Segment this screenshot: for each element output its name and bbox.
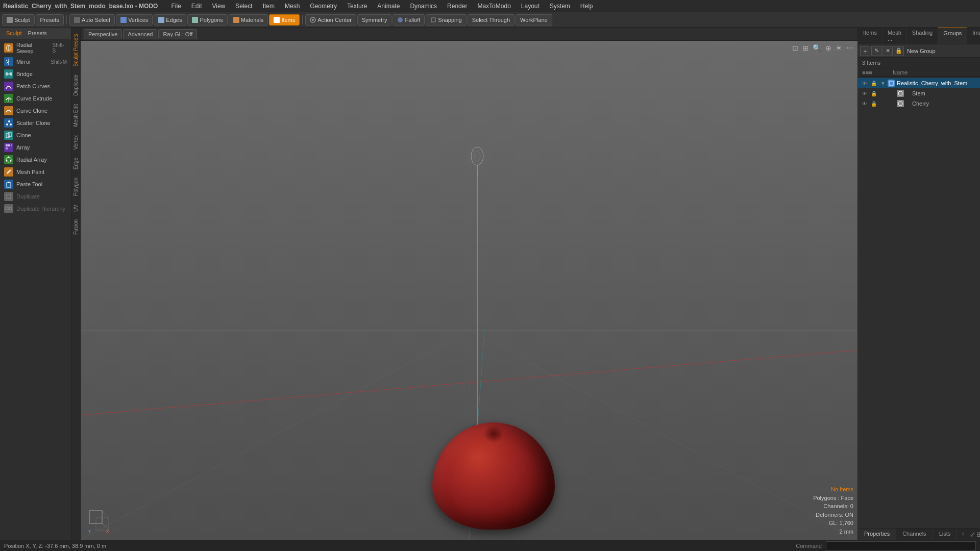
menu-maxtomodo[interactable]: MaxToModo [472,2,516,11]
menu-system[interactable]: System [545,2,575,11]
br-tab-properties[interactable]: Properties [858,529,896,540]
br-detach-icon[interactable]: ⊞ [976,530,980,539]
ray-gl-button[interactable]: Ray GL: Off [158,29,197,39]
presets-tab[interactable]: Presets [26,30,49,37]
command-input[interactable] [829,543,972,549]
side-tab-uv[interactable]: UV [72,201,80,216]
menu-layout[interactable]: Layout [516,2,545,11]
rp-tab-shading[interactable]: Shading [907,28,938,44]
new-group-button[interactable]: New Group [907,48,936,54]
side-tab-edge[interactable]: Edge [72,154,80,173]
tool-paste-tool[interactable]: Paste Tool [0,178,71,190]
viewport-icon-4[interactable]: ⊕ [824,43,832,53]
rp-edit-button[interactable]: ✎ [871,46,881,56]
viewport[interactable]: No Items Polygons : Face Channels: 0 Def… [81,41,857,540]
sculpt-tab[interactable]: Sculpt [4,30,24,37]
tree-item-cherry[interactable]: 👁 🔒 Cherry [858,98,980,109]
rp-lock-button[interactable]: 🔒 [894,46,904,56]
menu-help[interactable]: Help [575,2,598,11]
svg-text:X: X [106,529,109,534]
tool-radial-array[interactable]: Radial Array [0,154,71,166]
rp-tab-groups[interactable]: Groups [938,28,967,44]
tool-curve-clone[interactable]: Curve Clone [0,105,71,117]
select-through-button[interactable]: Select Through [468,14,514,26]
tree-item-stem[interactable]: 👁 🔒 Stem [858,88,980,98]
advanced-button[interactable]: Advanced [123,29,157,39]
menu-texture[interactable]: Texture [342,2,372,11]
viewport-icon-1[interactable]: ⊡ [791,43,799,53]
tool-mirror[interactable]: Mirror Shift-M [0,56,71,68]
tool-duplicate-hierarchy[interactable]: Duplicate Hierarchy [0,203,71,215]
stem-lock-icon[interactable]: 🔒 [870,90,877,97]
cherry-eye-icon[interactable]: 👁 [861,100,868,107]
svg-rect-53 [889,81,893,85]
auto-select-button[interactable]: Auto Select [69,14,115,26]
menu-dynamics[interactable]: Dynamics [405,2,442,11]
perspective-button[interactable]: Perspective [84,29,122,39]
tree-item-root[interactable]: 👁 🔒 ▼ Realistic_Cherry_with_Stem [858,78,980,88]
tool-scatter-clone[interactable]: Scatter Clone [0,117,71,129]
side-tab-duplicate[interactable]: Duplicate [72,70,80,100]
stem-eye-icon[interactable]: 👁 [861,90,868,97]
presets-button[interactable]: Presets [36,14,64,26]
vertices-icon [120,17,127,23]
br-tab-lists[interactable]: Lists [933,529,958,540]
tool-bridge[interactable]: Bridge [0,68,71,80]
menu-view[interactable]: View [207,2,230,11]
tool-duplicate[interactable]: Duplicate [0,190,71,203]
menu-edit[interactable]: Edit [186,2,207,11]
side-tab-fusion[interactable]: Fusion [72,215,80,239]
root-eye-icon[interactable]: 👁 [861,80,868,87]
root-lock-icon[interactable]: 🔒 [870,80,877,87]
rp-add-button[interactable]: + [860,46,870,56]
br-expand-icon[interactable]: ⤢ [970,530,975,539]
viewport-icon-5[interactable]: ☀ [835,43,843,53]
polygons-button[interactable]: Polygons [187,14,227,26]
materials-button[interactable]: Materials [229,14,268,26]
falloff-button[interactable]: Falloff [393,14,425,26]
rp-tab-images[interactable]: Images [967,28,980,44]
rp-delete-button[interactable]: ✕ [883,46,893,56]
viewport-icon-6[interactable]: ⋯ [845,43,854,53]
svg-point-8 [312,19,314,21]
menu-mesh[interactable]: Mesh [280,2,305,11]
tool-patch-curves[interactable]: Patch Curves [0,80,71,92]
edges-button[interactable]: Edges [154,14,186,26]
tool-radial-sweep[interactable]: Radial Sweep Shift-S [0,40,71,56]
rp-tab-mesh[interactable]: Mesh ... [883,28,907,44]
snapping-button[interactable]: Snapping [426,14,467,26]
items-button[interactable]: Items [269,14,300,26]
vertices-button[interactable]: Vertices [116,14,153,26]
side-tab-mesh-edit[interactable]: Mesh Edit [72,100,80,131]
menu-select[interactable]: Select [230,2,257,11]
menu-item[interactable]: Item [258,2,280,11]
br-tab-add[interactable]: + [957,529,969,540]
tool-clone[interactable]: Clone [0,129,71,141]
root-expand[interactable]: ▼ [880,81,886,86]
tool-mesh-paint[interactable]: Mesh Paint [0,166,71,178]
menu-file[interactable]: File [166,2,186,11]
br-tab-channels[interactable]: Channels [896,529,933,540]
cherry-lock-icon[interactable]: 🔒 [870,100,877,107]
menu-animate[interactable]: Animate [372,2,405,11]
rp-tab-items[interactable]: Items [858,28,883,44]
sep2 [302,15,303,24]
svg-point-55 [898,102,902,106]
tool-curve-extrude[interactable]: Curve Extrude [0,92,71,105]
viewport-icon-3[interactable]: 🔍 [812,43,822,53]
svg-point-28 [8,157,10,158]
side-tab-polygon[interactable]: Polygon [72,173,80,200]
side-tab-sculpt-presets[interactable]: Sculpt Presets [72,30,80,70]
status-position: Position X, Y, Z: -37.6 mm, 38.9 mm, 0 m [4,543,792,549]
side-tab-vertex[interactable]: Vertex [72,131,80,154]
action-center-button[interactable]: Action Center [305,14,356,26]
workplane-button[interactable]: WorkPlane [516,14,552,26]
sculpt-button[interactable]: Sculpt [2,14,35,26]
command-input-area[interactable] [826,541,976,550]
toolbar: Sculpt Presets Auto Select Vertices Edge… [0,12,980,28]
viewport-icon-2[interactable]: ⊞ [801,43,810,53]
symmetry-button[interactable]: Symmetry [357,14,392,26]
menu-render[interactable]: Render [442,2,472,11]
tool-array[interactable]: Array [0,141,71,154]
menu-geometry[interactable]: Geometry [305,2,342,11]
